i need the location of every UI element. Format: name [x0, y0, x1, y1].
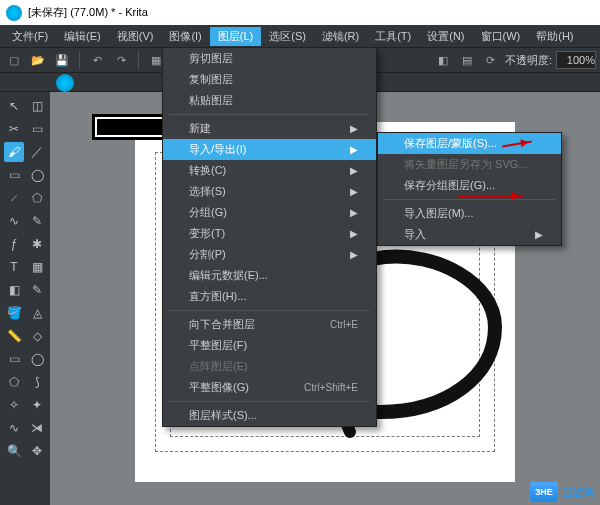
submenu-arrow-icon: ▶ — [350, 186, 358, 197]
annotation-arrow-icon — [458, 195, 523, 197]
menu-item-label: 将矢量图层另存为 SVG... — [404, 157, 527, 172]
export-menu-item[interactable]: 保存图层/蒙版(S)... — [378, 133, 561, 154]
erase-mode-icon[interactable]: ◧ — [433, 50, 453, 70]
layer-menu-item[interactable]: 向下合并图层Ctrl+E — [163, 314, 376, 335]
menu-help[interactable]: 帮助(H) — [528, 27, 581, 46]
dyna-tool-icon[interactable]: ƒ — [4, 234, 24, 254]
menu-file[interactable]: 文件(F) — [4, 27, 56, 46]
menu-item-label: 保存分组图层(G)... — [404, 178, 495, 193]
bezier-tool-icon[interactable]: ∿ — [4, 211, 24, 231]
select-poly-icon[interactable]: ⬠ — [4, 372, 24, 392]
picker-tool-icon[interactable]: ✎ — [27, 280, 47, 300]
brush-tool-icon[interactable]: 🖌 — [4, 142, 24, 162]
crop-tool-icon[interactable]: ✂ — [4, 119, 24, 139]
menu-view[interactable]: 视图(V) — [109, 27, 162, 46]
opacity-label: 不透明度: — [505, 53, 552, 68]
menu-item-label: 变形(T) — [189, 226, 225, 241]
import-export-submenu: 保存图层/蒙版(S)...将矢量图层另存为 SVG...保存分组图层(G)...… — [377, 132, 562, 246]
layer-menu-item[interactable]: 编辑元数据(E)... — [163, 265, 376, 286]
transform-tool-icon[interactable]: ◫ — [27, 96, 47, 116]
layer-menu-item[interactable]: 平整图像(G)Ctrl+Shift+E — [163, 377, 376, 398]
layer-menu-item[interactable]: 图层样式(S)... — [163, 405, 376, 426]
gradient-tool-icon[interactable]: ◧ — [4, 280, 24, 300]
freehand-tool-icon[interactable]: ✎ — [27, 211, 47, 231]
layer-menu-item[interactable]: 导入/导出(I)▶ — [163, 139, 376, 160]
layer-menu-item[interactable]: 选择(S)▶ — [163, 181, 376, 202]
text-tool-icon[interactable]: T — [4, 257, 24, 277]
redo-icon[interactable]: ↷ — [111, 50, 131, 70]
select-bezier-icon[interactable]: ∿ — [4, 418, 24, 438]
menu-layer[interactable]: 图层(L) — [210, 27, 261, 46]
submenu-arrow-icon: ▶ — [535, 229, 543, 240]
assist-tool-icon[interactable]: ◬ — [27, 303, 47, 323]
pan-tool-icon[interactable]: ✥ — [27, 441, 47, 461]
menu-select[interactable]: 选区(S) — [261, 27, 314, 46]
pattern-tool-icon[interactable]: ▦ — [27, 257, 47, 277]
alpha-lock-icon[interactable]: ▤ — [457, 50, 477, 70]
layer-menu-item[interactable]: 剪切图层 — [163, 48, 376, 69]
menu-item-label: 转换(C) — [189, 163, 226, 178]
export-menu-item[interactable]: 导入▶ — [378, 224, 561, 245]
line-tool-icon[interactable]: ／ — [27, 142, 47, 162]
new-file-icon[interactable]: ▢ — [4, 50, 24, 70]
app-icon — [6, 5, 22, 21]
fill-tool-icon[interactable]: 🪣 — [4, 303, 24, 323]
multi-brush-icon[interactable]: ✱ — [27, 234, 47, 254]
select-magnetic-icon[interactable]: ⧕ — [27, 418, 47, 438]
layer-menu-item[interactable]: 平整图层(F) — [163, 335, 376, 356]
menu-item-label: 点阵图层(E) — [189, 359, 248, 374]
menu-item-label: 图层样式(S)... — [189, 408, 257, 423]
layer-menu-item[interactable]: 直方图(H)... — [163, 286, 376, 307]
tool-palette: ↖ ◫ ✂ ▭ 🖌 ／ ▭ ◯ ⟋ ⬠ ∿ ✎ ƒ ✱ T ▦ ◧ ✎ 🪣 ◬ … — [0, 92, 50, 505]
menu-item-label: 分割(P) — [189, 247, 226, 262]
open-file-icon[interactable]: 📂 — [28, 50, 48, 70]
document-tab-icon[interactable] — [56, 74, 74, 92]
select-similar-icon[interactable]: ✦ — [27, 395, 47, 415]
ellipse-tool-icon[interactable]: ◯ — [27, 165, 47, 185]
menu-filter[interactable]: 滤镜(R) — [314, 27, 367, 46]
layer-menu-item[interactable]: 分割(P)▶ — [163, 244, 376, 265]
undo-icon[interactable]: ↶ — [87, 50, 107, 70]
reload-brush-icon[interactable]: ⟳ — [481, 50, 501, 70]
menu-item-label: 平整图层(F) — [189, 338, 247, 353]
measure-tool-icon[interactable]: 📏 — [4, 326, 24, 346]
menu-item-label: 编辑元数据(E)... — [189, 268, 268, 283]
opacity-input[interactable] — [556, 51, 596, 69]
menu-image[interactable]: 图像(I) — [161, 27, 209, 46]
menu-settings[interactable]: 设置(N) — [419, 27, 472, 46]
save-icon[interactable]: 💾 — [52, 50, 72, 70]
menu-window[interactable]: 窗口(W) — [473, 27, 529, 46]
menu-item-label: 保存图层/蒙版(S)... — [404, 136, 497, 151]
toolbar-separator — [138, 51, 139, 69]
menu-shortcut: Ctrl+Shift+E — [304, 382, 358, 393]
layer-menu-item[interactable]: 粘贴图层 — [163, 90, 376, 111]
export-menu-item[interactable]: 导入图层(M)... — [378, 203, 561, 224]
layer-menu-item[interactable]: 新建▶ — [163, 118, 376, 139]
move-tool-icon[interactable]: ↖ — [4, 96, 24, 116]
watermark-logo-icon: 3HE — [530, 482, 558, 502]
layer-menu-item[interactable]: 变形(T)▶ — [163, 223, 376, 244]
menu-item-label: 复制图层 — [189, 72, 233, 87]
shape-tool-icon[interactable]: ▭ — [27, 119, 47, 139]
menu-item-label: 导入 — [404, 227, 426, 242]
select-ellipse-icon[interactable]: ◯ — [27, 349, 47, 369]
polyline-tool-icon[interactable]: ⟋ — [4, 188, 24, 208]
ref-tool-icon[interactable]: ◇ — [27, 326, 47, 346]
window-title: [未保存] (77.0M) * - Krita — [28, 5, 148, 20]
export-menu-item[interactable]: 保存分组图层(G)... — [378, 175, 561, 196]
select-rect-icon[interactable]: ▭ — [4, 349, 24, 369]
menu-edit[interactable]: 编辑(E) — [56, 27, 109, 46]
menu-separator — [169, 310, 370, 311]
rect-tool-icon[interactable]: ▭ — [4, 165, 24, 185]
export-menu-item: 将矢量图层另存为 SVG... — [378, 154, 561, 175]
menu-tools[interactable]: 工具(T) — [367, 27, 419, 46]
select-free-icon[interactable]: ⟆ — [27, 372, 47, 392]
menu-item-label: 新建 — [189, 121, 211, 136]
zoom-tool-icon[interactable]: 🔍 — [4, 441, 24, 461]
select-contig-icon[interactable]: ✧ — [4, 395, 24, 415]
polygon-tool-icon[interactable]: ⬠ — [27, 188, 47, 208]
layer-menu-item[interactable]: 复制图层 — [163, 69, 376, 90]
layer-menu-item[interactable]: 转换(C)▶ — [163, 160, 376, 181]
submenu-arrow-icon: ▶ — [350, 165, 358, 176]
layer-menu-item[interactable]: 分组(G)▶ — [163, 202, 376, 223]
